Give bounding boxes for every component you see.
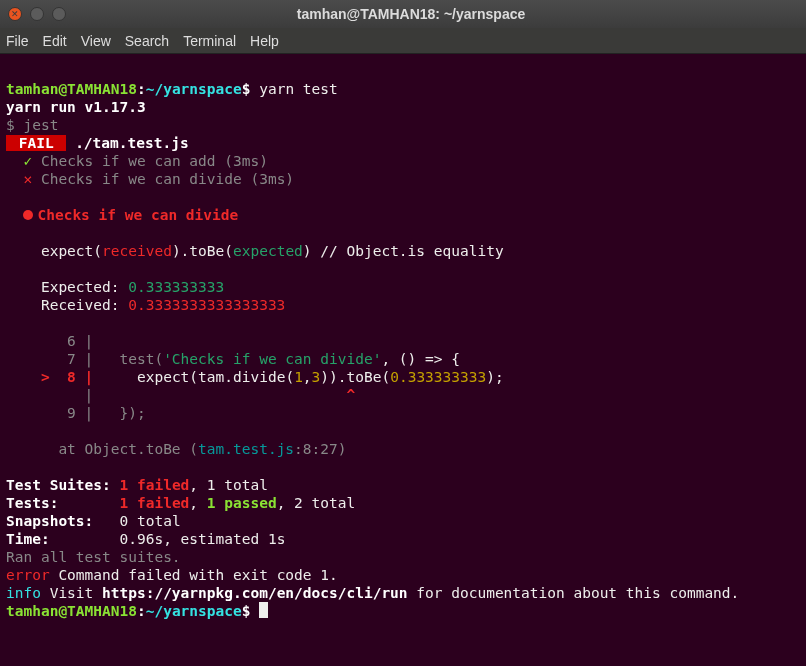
info-label: info — [6, 585, 41, 601]
menu-bar: File Edit View Search Terminal Help — [0, 28, 806, 54]
received-keyword: received — [102, 243, 172, 259]
summary-ran: Ran all test suites. — [6, 549, 181, 565]
close-icon[interactable]: ✕ — [8, 7, 22, 21]
code-line-6: 6 | — [6, 333, 93, 349]
prompt-path-2: ~/yarnspace — [146, 603, 242, 619]
menu-help[interactable]: Help — [250, 33, 279, 49]
expect-line: expect( — [6, 243, 102, 259]
code-line-9: 9 | }); — [6, 405, 146, 421]
stack-loc: :8:27) — [294, 441, 346, 457]
stack-file: tam.test.js — [198, 441, 294, 457]
prompt-sep: : — [137, 81, 146, 97]
menu-edit[interactable]: Edit — [43, 33, 67, 49]
minimize-icon[interactable] — [30, 7, 44, 21]
stack-at: at Object.toBe ( — [6, 441, 198, 457]
fail-header: Checks if we can divide — [37, 207, 238, 223]
fail-badge: FAIL — [6, 135, 66, 151]
prompt-path: ~/yarnspace — [146, 81, 242, 97]
x-icon: ✕ — [23, 171, 32, 187]
command-text: yarn test — [259, 81, 338, 97]
error-msg: Command failed with exit code 1. — [50, 567, 338, 583]
terminal-output[interactable]: tamhan@TAMHAN18:~/yarnspace$ yarn test y… — [0, 54, 806, 628]
prompt-userhost: tamhan@TAMHAN18 — [6, 81, 137, 97]
prompt-userhost-2: tamhan@TAMHAN18 — [6, 603, 137, 619]
pass-test: Checks if we can add (3ms) — [41, 153, 268, 169]
jest-line: $ jest — [6, 117, 58, 133]
received-label: Received: — [6, 297, 128, 313]
caret-icon: ^ — [346, 387, 355, 403]
menu-file[interactable]: File — [6, 33, 29, 49]
fail-test: Checks if we can divide (3ms) — [41, 171, 294, 187]
cursor-icon — [259, 602, 268, 618]
received-value: 0.3333333333333333 — [128, 297, 285, 313]
summary-suites-label: Test Suites: — [6, 477, 120, 493]
summary-snapshots-val: 0 total — [120, 513, 181, 529]
caret-line: | — [6, 387, 346, 403]
yarn-version: yarn run v1.17.3 — [6, 99, 146, 115]
summary-tests-label: Tests: — [6, 495, 120, 511]
error-label: error — [6, 567, 50, 583]
prompt-dollar: $ — [242, 81, 251, 97]
code-line-8-marker: > 8 | — [6, 369, 93, 385]
summary-tests-pass: 1 passed — [207, 495, 277, 511]
summary-time-val: 0.96s, estimated 1s — [120, 531, 286, 547]
expected-value: 0.333333333 — [128, 279, 224, 295]
window-controls: ✕ — [8, 7, 66, 21]
menu-terminal[interactable]: Terminal — [183, 33, 236, 49]
summary-suites-fail: 1 failed — [120, 477, 190, 493]
bullet-icon — [23, 210, 33, 220]
summary-time-label: Time: — [6, 531, 120, 547]
maximize-icon[interactable] — [52, 7, 66, 21]
summary-snapshots-label: Snapshots: — [6, 513, 120, 529]
info-url: https://yarnpkg.com/en/docs/cli/run — [102, 585, 408, 601]
menu-view[interactable]: View — [81, 33, 111, 49]
code-line-7: 7 | test( — [6, 351, 163, 367]
summary-tests-fail: 1 failed — [120, 495, 190, 511]
expected-label: Expected: — [6, 279, 128, 295]
suite-file: ./tam.test.js — [75, 135, 189, 151]
window-title: tamhan@TAMHAN18: ~/yarnspace — [78, 6, 744, 22]
expected-keyword: expected — [233, 243, 303, 259]
window-titlebar: ✕ tamhan@TAMHAN18: ~/yarnspace — [0, 0, 806, 28]
check-icon: ✓ — [23, 153, 32, 169]
menu-search[interactable]: Search — [125, 33, 169, 49]
